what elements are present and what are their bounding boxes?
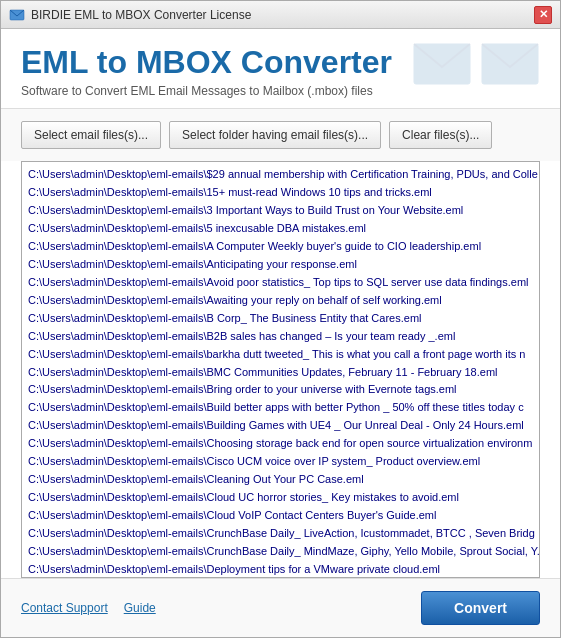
convert-button[interactable]: Convert <box>421 591 540 625</box>
list-item: C:\Users\admin\Desktop\eml-emails\Crunch… <box>24 525 537 543</box>
list-item: C:\Users\admin\Desktop\eml-emails\5 inex… <box>24 220 537 238</box>
list-item: C:\Users\admin\Desktop\eml-emails\Antici… <box>24 256 537 274</box>
list-item: C:\Users\admin\Desktop\eml-emails\$29 an… <box>24 166 537 184</box>
list-item: C:\Users\admin\Desktop\eml-emails\Deploy… <box>24 561 537 577</box>
select-folder-button[interactable]: Select folder having email files(s)... <box>169 121 381 149</box>
file-list[interactable]: C:\Users\admin\Desktop\eml-emails\$29 an… <box>22 162 539 577</box>
envelope-icon-1 <box>412 39 472 89</box>
envelope-icon-2 <box>480 39 540 89</box>
list-item: C:\Users\admin\Desktop\eml-emails\barkha… <box>24 346 537 364</box>
list-item: C:\Users\admin\Desktop\eml-emails\3 Impo… <box>24 202 537 220</box>
list-item: C:\Users\admin\Desktop\eml-emails\Bring … <box>24 381 537 399</box>
contact-support-link[interactable]: Contact Support <box>21 601 108 615</box>
list-item: C:\Users\admin\Desktop\eml-emails\B Corp… <box>24 310 537 328</box>
list-item: C:\Users\admin\Desktop\eml-emails\15+ mu… <box>24 184 537 202</box>
list-item: C:\Users\admin\Desktop\eml-emails\Buildi… <box>24 417 537 435</box>
list-item: C:\Users\admin\Desktop\eml-emails\Cleani… <box>24 471 537 489</box>
list-item: C:\Users\admin\Desktop\eml-emails\Build … <box>24 399 537 417</box>
footer: Contact Support Guide Convert <box>1 578 560 637</box>
select-files-button[interactable]: Select email files(s)... <box>21 121 161 149</box>
list-item: C:\Users\admin\Desktop\eml-emails\Cloud … <box>24 507 537 525</box>
toolbar: Select email files(s)... Select folder h… <box>1 109 560 161</box>
main-window: BIRDIE EML to MBOX Converter License ✕ E… <box>0 0 561 638</box>
footer-links: Contact Support Guide <box>21 601 156 615</box>
header: EML to MBOX Converter Software to Conver… <box>1 29 560 109</box>
list-item: C:\Users\admin\Desktop\eml-emails\Cisco … <box>24 453 537 471</box>
list-item: C:\Users\admin\Desktop\eml-emails\A Comp… <box>24 238 537 256</box>
list-item: C:\Users\admin\Desktop\eml-emails\Awaiti… <box>24 292 537 310</box>
list-item: C:\Users\admin\Desktop\eml-emails\BMC Co… <box>24 364 537 382</box>
list-item: C:\Users\admin\Desktop\eml-emails\B2B sa… <box>24 328 537 346</box>
list-item: C:\Users\admin\Desktop\eml-emails\Crunch… <box>24 543 537 561</box>
file-list-container: C:\Users\admin\Desktop\eml-emails\$29 an… <box>21 161 540 578</box>
list-item: C:\Users\admin\Desktop\eml-emails\Choosi… <box>24 435 537 453</box>
title-bar-title: BIRDIE EML to MBOX Converter License <box>31 8 251 22</box>
clear-files-button[interactable]: Clear files(s)... <box>389 121 492 149</box>
title-bar: BIRDIE EML to MBOX Converter License ✕ <box>1 1 560 29</box>
header-icons <box>412 39 540 89</box>
guide-link[interactable]: Guide <box>124 601 156 615</box>
list-item: C:\Users\admin\Desktop\eml-emails\Avoid … <box>24 274 537 292</box>
close-button[interactable]: ✕ <box>534 6 552 24</box>
title-bar-left: BIRDIE EML to MBOX Converter License <box>9 7 251 23</box>
list-item: C:\Users\admin\Desktop\eml-emails\Cloud … <box>24 489 537 507</box>
app-icon <box>9 7 25 23</box>
